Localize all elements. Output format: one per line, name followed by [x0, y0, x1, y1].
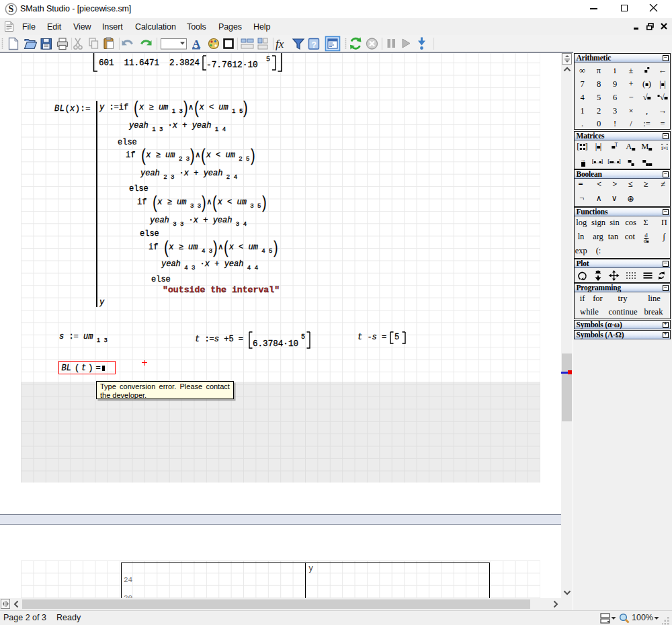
svg-text:?: ? — [312, 40, 317, 50]
svg-text:S: S — [9, 4, 14, 14]
svg-text:fx: fx — [276, 38, 284, 50]
